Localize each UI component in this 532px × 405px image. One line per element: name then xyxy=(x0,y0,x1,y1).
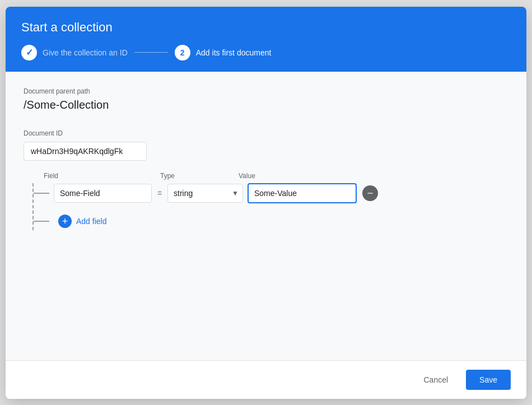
field-header-eq xyxy=(144,172,160,180)
step-1-circle: ✓ xyxy=(21,45,37,60)
type-select-wrapper: string number boolean map array null tim… xyxy=(167,184,243,203)
dialog-footer: Cancel Save xyxy=(6,360,526,399)
step-2: 2 Add its first document xyxy=(175,45,272,60)
field-header-value: Value xyxy=(239,172,351,180)
add-field-button[interactable]: + Add field xyxy=(58,212,106,230)
step-1-label: Give the collection an ID xyxy=(43,48,128,57)
plus-icon: + xyxy=(58,215,72,228)
document-id-label: Document ID xyxy=(24,129,508,137)
step-connector xyxy=(134,52,168,53)
dialog-body: Document parent path /Some-Collection Do… xyxy=(6,72,526,360)
add-field-row: + Add field xyxy=(34,212,508,230)
fields-container: = string number boolean map array null t… xyxy=(32,183,508,230)
svg-rect-0 xyxy=(367,193,372,193)
step-2-label: Add its first document xyxy=(196,48,272,57)
cancel-button[interactable]: Cancel xyxy=(412,370,459,390)
connector-line xyxy=(34,193,49,194)
eq-sign: = xyxy=(152,189,167,198)
remove-field-button[interactable] xyxy=(362,185,378,201)
field-value-input[interactable] xyxy=(248,183,357,203)
step-2-number: 2 xyxy=(180,48,185,57)
type-select[interactable]: string number boolean map array null tim… xyxy=(167,184,243,203)
field-header-field: Field xyxy=(44,172,144,180)
fields-section: Field Type Value = string number xyxy=(24,172,508,230)
stepper: ✓ Give the collection an ID 2 Add its fi… xyxy=(21,45,511,60)
step-2-circle: 2 xyxy=(175,45,190,60)
dialog-header: Start a collection ✓ Give the collection… xyxy=(6,7,526,72)
field-connector xyxy=(34,193,54,194)
add-connector-line xyxy=(34,221,49,222)
add-field-connector xyxy=(34,221,54,222)
checkmark-icon: ✓ xyxy=(26,47,33,58)
parent-path-label: Document parent path xyxy=(24,87,508,95)
step-1: ✓ Give the collection an ID xyxy=(21,45,128,60)
document-id-input[interactable] xyxy=(24,142,147,161)
field-header-type: Type xyxy=(160,172,239,180)
field-row: = string number boolean map array null t… xyxy=(34,183,508,203)
field-name-input[interactable] xyxy=(54,184,152,203)
add-field-label: Add field xyxy=(76,217,106,226)
start-collection-dialog: Start a collection ✓ Give the collection… xyxy=(6,7,526,399)
save-button[interactable]: Save xyxy=(466,370,511,390)
dialog-title: Start a collection xyxy=(21,20,511,35)
minus-icon xyxy=(366,189,374,197)
parent-path-value: /Some-Collection xyxy=(24,99,508,111)
field-column-headers: Field Type Value xyxy=(44,172,508,180)
